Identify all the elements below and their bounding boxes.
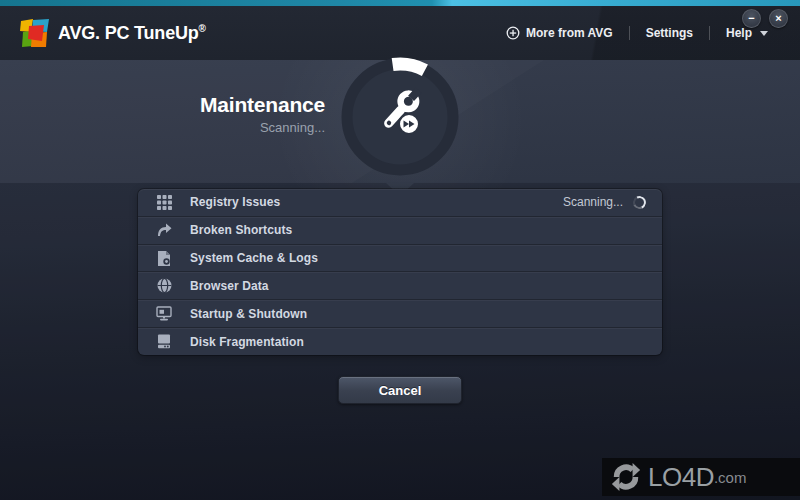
broken-shortcut-arrow-icon [154,222,174,239]
avg-pc-tuneup-window: AVG. PC TuneUp® More from AVG Settings H… [0,0,800,500]
nav-separator [629,26,630,40]
scan-item-system-cache-logs: System Cache & Logs [138,244,662,272]
header-nav: More from AVG Settings Help [506,26,768,40]
window-controls: − × [742,9,788,28]
scan-item-status: Scanning... [563,195,623,209]
scan-item-label: Disk Fragmentation [190,335,304,349]
cache-logs-document-icon [154,250,174,267]
startup-monitor-icon [154,305,174,322]
avg-logo-icon [20,19,50,47]
help-label: Help [726,26,752,40]
scan-item-label: System Cache & Logs [190,251,318,265]
help-link[interactable]: Help [726,26,768,40]
lo4d-name: LO4D [648,462,714,493]
scan-item-label: Broken Shortcuts [190,223,292,237]
scan-item-label: Startup & Shutdown [190,307,307,321]
disk-drive-icon [154,333,174,350]
hero-titles: Maintenance Scanning... [200,93,325,135]
scan-item-browser-data: Browser Data [138,271,662,299]
more-from-avg-link[interactable]: More from AVG [506,26,613,40]
more-from-avg-label: More from AVG [526,26,613,40]
scan-item-startup-shutdown: Startup & Shutdown [138,299,662,327]
scan-item-label: Registry Issues [190,195,280,209]
page-title: Maintenance [200,93,325,117]
brand-text: AVG. PC TuneUp® [58,23,206,44]
scan-status-text: Scanning... [200,120,325,135]
registered-mark: ® [199,23,206,34]
main-area: Maintenance Scanning... [0,60,800,500]
registry-grid-icon [154,194,174,211]
close-button[interactable]: × [769,9,788,28]
scan-item-disk-fragmentation: Disk Fragmentation [138,327,662,355]
settings-link[interactable]: Settings [646,26,693,40]
brand-avg: AVG. [58,23,100,43]
lo4d-logo-icon [610,461,642,493]
progress-arc [393,64,425,70]
minimize-icon: − [748,12,754,24]
scan-progress-ring [333,50,467,184]
minimize-button[interactable]: − [742,9,761,28]
scan-item-registry-issues: Registry Issues Scanning... [138,189,662,216]
cancel-button[interactable]: Cancel [338,376,462,404]
close-icon: × [775,12,781,24]
scan-item-label: Browser Data [190,279,269,293]
settings-label: Settings [646,26,693,40]
caret-down-icon [760,31,768,36]
scan-category-list: Registry Issues Scanning... Broken Short… [138,189,662,355]
scan-item-broken-shortcuts: Broken Shortcuts [138,216,662,244]
lo4d-watermark: LO4D.com [602,458,800,496]
nav-separator [709,26,710,40]
scanning-spinner-icon [631,194,648,211]
app-brand: AVG. PC TuneUp® [20,19,206,47]
lo4d-suffix: .com [714,469,747,486]
brand-product: PC TuneUp [105,23,199,43]
browser-globe-icon [154,277,174,294]
circle-plus-icon [506,26,520,40]
